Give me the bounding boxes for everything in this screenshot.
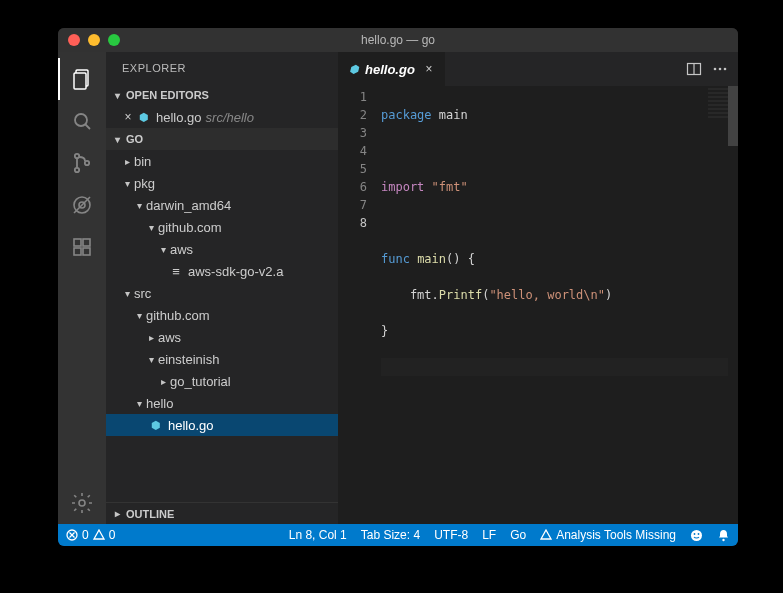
chevron-right-icon: ▸ [156,376,170,387]
folder-github-src[interactable]: ▾github.com [106,304,338,326]
folder-aws-src[interactable]: ▸aws [106,326,338,348]
line-number-gutter: 1 2 3 4 5 6 7 8 [339,86,381,524]
chevron-right-icon: ▸ [144,332,158,343]
more-actions-icon[interactable] [712,61,728,77]
svg-point-25 [698,533,700,535]
maximize-window-button[interactable] [108,34,120,46]
svg-point-19 [724,68,727,71]
extensions-icon[interactable] [58,226,106,268]
status-bell-icon[interactable] [717,529,730,542]
editor-group: ⬢ hello.go × 1 2 3 4 [339,52,738,524]
workspace-section[interactable]: ▾ GO [106,128,338,150]
folder-bin[interactable]: ▸bin [106,150,338,172]
folder-einsteinish[interactable]: ▾einsteinish [106,348,338,370]
svg-point-17 [714,68,717,71]
status-line-col[interactable]: Ln 8, Col 1 [289,528,347,542]
status-tab-size[interactable]: Tab Size: 4 [361,528,420,542]
chevron-down-icon: ▾ [110,90,124,101]
vscode-window: hello.go — go EX [58,28,738,546]
status-bar: 0 0 Ln 8, Col 1 Tab Size: 4 UTF-8 LF Go … [58,524,738,546]
folder-go-tutorial[interactable]: ▸go_tutorial [106,370,338,392]
chevron-down-icon: ▾ [120,178,134,189]
tab-hello-go[interactable]: ⬢ hello.go × [339,52,446,86]
chevron-down-icon: ▾ [132,200,146,211]
title-bar[interactable]: hello.go — go [58,28,738,52]
chevron-right-icon: ▸ [120,156,134,167]
window-title: hello.go — go [58,33,738,47]
folder-pkg[interactable]: ▾pkg [106,172,338,194]
editor-scrollbar[interactable] [728,86,738,524]
tab-label: hello.go [365,62,415,77]
open-editor-hint: src/hello [206,110,254,125]
split-editor-icon[interactable] [686,61,702,77]
svg-point-5 [75,168,79,172]
status-feedback-icon[interactable] [690,529,703,542]
go-file-icon: ⬢ [349,63,359,76]
code-content[interactable]: package main import "fmt" func main() { … [381,86,738,524]
svg-point-2 [75,114,87,126]
svg-rect-12 [83,248,90,255]
folder-aws[interactable]: ▾aws [106,238,338,260]
code-editor[interactable]: 1 2 3 4 5 6 7 8 package main import "fmt… [339,86,738,524]
status-eol[interactable]: LF [482,528,496,542]
status-analysis-warning[interactable]: Analysis Tools Missing [540,528,676,542]
svg-point-24 [694,533,696,535]
minimize-window-button[interactable] [88,34,100,46]
close-tab-icon[interactable]: × [421,62,437,76]
scm-icon[interactable] [58,142,106,184]
file-hello-go[interactable]: ⬢hello.go [106,414,338,436]
open-editors-section[interactable]: ▾ OPEN EDITORS [106,84,338,106]
chevron-down-icon: ▾ [156,244,170,255]
close-icon[interactable]: × [120,110,136,124]
close-window-button[interactable] [68,34,80,46]
go-file-icon: ⬢ [136,111,152,124]
tab-bar: ⬢ hello.go × [339,52,738,86]
folder-hello[interactable]: ▾hello [106,392,338,414]
file-tree: ▸bin ▾pkg ▾darwin_amd64 ▾github.com ▾aws… [106,150,338,436]
section-label: OPEN EDITORS [126,89,209,101]
svg-rect-11 [74,248,81,255]
svg-point-26 [722,538,724,540]
folder-darwin-amd64[interactable]: ▾darwin_amd64 [106,194,338,216]
section-label: GO [126,133,143,145]
chevron-down-icon: ▾ [132,398,146,409]
go-file-icon: ⬢ [148,419,164,432]
svg-point-4 [75,154,79,158]
svg-rect-1 [74,73,86,89]
svg-rect-13 [83,239,90,246]
folder-src[interactable]: ▾src [106,282,338,304]
activity-bar [58,52,106,524]
svg-point-6 [85,161,89,165]
search-icon[interactable] [58,100,106,142]
folder-github[interactable]: ▾github.com [106,216,338,238]
open-editor-filename: hello.go [156,110,202,125]
debug-icon[interactable] [58,184,106,226]
explorer-sidebar: EXPLORER ▾ OPEN EDITORS × ⬢ hello.go src… [106,52,338,524]
traffic-lights [68,34,120,46]
status-encoding[interactable]: UTF-8 [434,528,468,542]
explorer-icon[interactable] [58,58,106,100]
chevron-down-icon: ▾ [120,288,134,299]
status-language[interactable]: Go [510,528,526,542]
svg-point-18 [719,68,722,71]
sidebar-title: EXPLORER [106,52,338,84]
file-aws-sdk[interactable]: ≡aws-sdk-go-v2.a [106,260,338,282]
svg-rect-10 [74,239,81,246]
svg-line-3 [86,125,91,130]
settings-gear-icon[interactable] [58,482,106,524]
chevron-down-icon: ▾ [144,354,158,365]
open-editor-item[interactable]: × ⬢ hello.go src/hello [106,106,338,128]
outline-section[interactable]: ▸ OUTLINE [106,502,338,524]
chevron-down-icon: ▾ [144,222,158,233]
chevron-right-icon: ▸ [110,508,124,519]
chevron-down-icon: ▾ [132,310,146,321]
file-icon: ≡ [168,264,184,279]
chevron-down-icon: ▾ [110,134,124,145]
svg-point-23 [691,530,702,541]
svg-point-14 [79,500,85,506]
section-label: OUTLINE [126,508,174,520]
status-problems[interactable]: 0 0 [66,528,115,542]
